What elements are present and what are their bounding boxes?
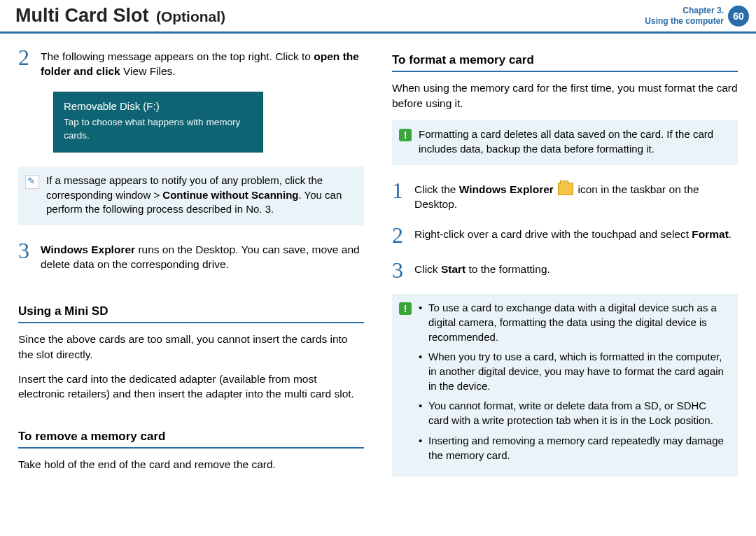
list-item: When you try to use a card, which is for…	[419, 350, 728, 393]
list-item: Inserting and removing a memory card rep…	[419, 434, 728, 463]
step-body: The following message appears on the top…	[41, 46, 364, 79]
text: Right-click over a card drive with the t…	[414, 228, 692, 240]
subhead-format-card: To format a memory card	[392, 52, 738, 72]
page-number-badge: 60	[728, 6, 749, 27]
paragraph: Take hold of the end of the card and rem…	[18, 457, 364, 472]
note-icon	[25, 175, 39, 189]
list-item: You cannot format, write or delete data …	[419, 399, 728, 428]
text-bold: Format	[692, 228, 729, 240]
text: View Files.	[120, 65, 176, 77]
step-body: Click Start to the formatting.	[414, 259, 550, 276]
text: Click	[414, 263, 441, 275]
note-list: To use a card to exchange data with a di…	[419, 301, 728, 468]
step-2: 2 The following message appears on the t…	[18, 46, 364, 79]
paragraph: Since the above cards are too small, you…	[18, 332, 364, 362]
step-number: 3	[392, 259, 406, 281]
text-bold: Windows Explorer	[459, 183, 554, 195]
step-number: 3	[18, 239, 32, 262]
note-text: Formatting a card deletes all data saved…	[419, 127, 728, 156]
text-bold: Windows Explorer	[41, 244, 135, 255]
info-note: If a message appears to notify you of an…	[18, 167, 364, 225]
text-bold: Start	[441, 263, 465, 275]
autoplay-title: Removable Disk (F:)	[64, 99, 253, 114]
right-column: To format a memory card When using the m…	[392, 46, 738, 491]
format-step-2: 2 Right-click over a card drive with the…	[392, 224, 738, 246]
paragraph: Insert the card into the dedicated adapt…	[18, 372, 364, 402]
list-item: To use a card to exchange data with a di…	[419, 301, 728, 344]
warning-icon: !	[399, 302, 412, 315]
format-step-3: 3 Click Start to the formatting.	[392, 259, 738, 281]
step-body: Windows Explorer runs on the Desktop. Yo…	[41, 239, 364, 272]
step-3: 3 Windows Explorer runs on the Desktop. …	[18, 239, 364, 272]
subhead-mini-sd: Using a Mini SD	[18, 303, 364, 323]
step-number: 2	[18, 46, 32, 69]
warning-icon: !	[399, 129, 412, 141]
autoplay-subtitle: Tap to choose what happens with memory c…	[64, 116, 253, 141]
title-main: Multi Card Slot	[15, 5, 149, 26]
step-number: 2	[392, 224, 406, 246]
text: The following message appears on the top…	[41, 50, 314, 62]
format-step-1: 1 Click the Windows Explorer icon in the…	[392, 179, 738, 212]
chapter-line1: Chapter 3.	[645, 6, 724, 16]
chapter-label: Chapter 3. Using the computer	[645, 6, 724, 27]
page-title: Multi Card Slot (Optional)	[15, 5, 225, 27]
text: Click the	[414, 183, 459, 195]
page-header: Multi Card Slot (Optional) Chapter 3. Us…	[0, 0, 756, 34]
warning-note: ! Formatting a card deletes all data sav…	[392, 120, 738, 164]
subhead-remove-card: To remove a memory card	[18, 428, 364, 449]
step-body: Right-click over a card drive with the t…	[414, 224, 732, 241]
text: .	[729, 228, 732, 240]
left-column: 2 The following message appears on the t…	[18, 46, 364, 491]
chapter-line2: Using the computer	[645, 16, 724, 27]
step-body: Click the Windows Explorer icon in the t…	[414, 179, 738, 212]
title-optional: (Optional)	[156, 8, 225, 24]
text: to the formatting.	[465, 263, 550, 275]
content-columns: 2 The following message appears on the t…	[0, 34, 756, 491]
paragraph: When using the memory card for the first…	[392, 80, 738, 111]
warning-note-list: ! To use a card to exchange data with a …	[392, 294, 738, 477]
step-number: 1	[392, 179, 406, 202]
autoplay-toast: Removable Disk (F:) Tap to choose what h…	[53, 92, 263, 153]
note-text: If a message appears to notify you of an…	[46, 174, 354, 217]
text-bold: Continue without Scanning	[162, 189, 298, 201]
header-right: Chapter 3. Using the computer 60	[645, 6, 756, 27]
windows-explorer-icon	[558, 183, 573, 195]
